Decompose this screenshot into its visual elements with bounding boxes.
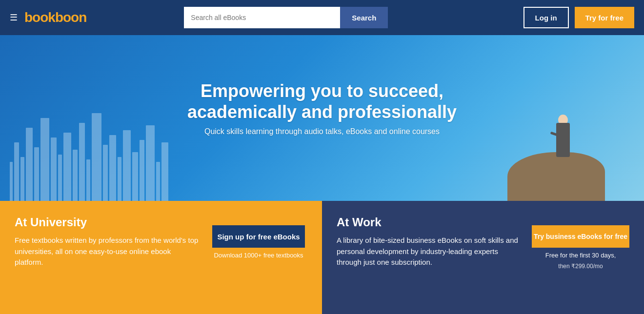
search-button[interactable]: Search [340,7,388,28]
login-button[interactable]: Log in [523,7,569,28]
header-left: ☰ bookboon [10,10,86,25]
hero-person-illustration [478,45,615,201]
search-input[interactable] [184,7,340,28]
logo[interactable]: bookboon [24,10,86,25]
university-card-text: At University Free textbooks written by … [15,216,200,268]
university-card-cta-sub: Download 1000+ free textbooks [214,252,303,259]
logo-main: bookboo [24,10,79,25]
university-card-cta: Sign up for free eBooks Download 1000+ f… [210,216,307,259]
work-card-cta-sub: Free for the first 30 days, [545,252,616,259]
hero-content: Empowering you to succeed, academically … [187,80,457,136]
hero-subtitle: Quick skills learning through audio talk… [187,127,457,136]
work-card-body: A library of bite-sized business eBooks … [337,235,522,268]
work-card-text: At Work A library of bite-sized business… [337,216,522,268]
work-card-cta: Try business eBooks for free Free for th… [532,216,629,270]
try-free-button[interactable]: Try for free [575,7,634,28]
header: ☰ bookboon Search Log in Try for free [0,0,644,35]
university-card: At University Free textbooks written by … [0,201,322,314]
work-card-cta-sub2: then ₹299.00/mo [558,263,603,270]
work-card-title: At Work [337,216,522,229]
hero-title: Empowering you to succeed, academically … [187,80,457,122]
header-right: Log in Try for free [523,7,634,28]
university-card-title: At University [15,216,200,229]
search-area: Search [184,7,388,28]
university-card-body: Free textbooks written by professors fro… [15,235,200,268]
rock-shape [507,152,605,201]
hero-section: Empowering you to succeed, academically … [0,35,644,201]
hamburger-icon[interactable]: ☰ [10,12,18,23]
cards-row: At University Free textbooks written by … [0,201,644,314]
try-business-ebooks-button[interactable]: Try business eBooks for free [532,225,629,248]
signup-free-ebooks-button[interactable]: Sign up for free eBooks [212,225,305,248]
work-card: At Work A library of bite-sized business… [322,201,644,314]
logo-accent: n [79,10,86,25]
person-silhouette [551,98,576,157]
